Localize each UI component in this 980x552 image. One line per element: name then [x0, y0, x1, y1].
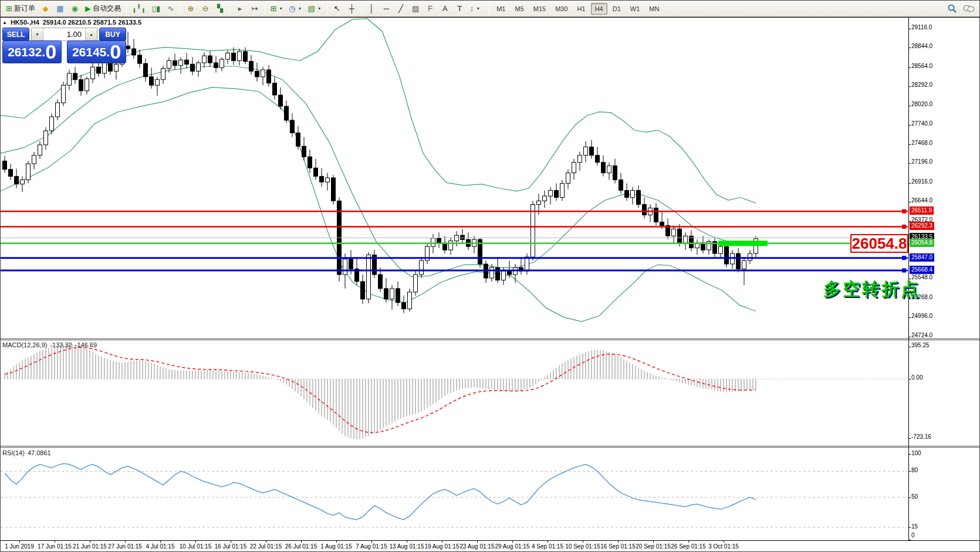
candle-body — [290, 120, 295, 133]
candle-body — [167, 60, 171, 68]
market-watch-icon: ◆ — [42, 5, 48, 12]
arrows-icon[interactable]: ↕▼ — [468, 2, 482, 15]
volume-down-button[interactable]: ▼ — [32, 28, 43, 40]
time-axis-label: 19 Aug 01:15 — [425, 543, 459, 550]
candle-body — [601, 162, 606, 173]
market-watch-icon[interactable]: ◆ — [39, 2, 52, 15]
highlight-bar[interactable] — [718, 241, 768, 246]
candle-body — [607, 166, 611, 173]
timeframe-h4[interactable]: H4 — [591, 3, 607, 15]
candle-body — [261, 70, 265, 77]
tile-windows-icon[interactable]: ▚ — [213, 2, 227, 15]
axis-tick — [908, 438, 911, 439]
candle-body — [590, 147, 594, 155]
candle-body — [220, 59, 224, 67]
timeframe-m1[interactable]: M1 — [492, 3, 509, 15]
buy-price-button[interactable]: 26145.0 — [67, 40, 126, 63]
candle-body — [566, 173, 570, 184]
chart-header: ▲ HK50-,H4 25914.0 26210.5 25871.5 26133… — [2, 19, 141, 26]
chevron-down-icon[interactable]: ▼ — [317, 6, 322, 11]
timeframe-w1[interactable]: W1 — [626, 3, 644, 15]
axis-tick-label: 0.00 — [911, 374, 922, 381]
zoom-in-icon[interactable]: ⊕ — [184, 2, 197, 15]
sell-price-button[interactable]: 26132.0 — [2, 40, 62, 63]
chevron-down-icon[interactable]: ▼ — [279, 6, 283, 11]
horizontal-line-icon[interactable]: ─ — [380, 2, 393, 15]
line-anchor[interactable] — [902, 269, 906, 273]
auto-scroll-icon[interactable]: ▸ — [233, 2, 246, 15]
candle-body — [314, 168, 318, 176]
zoom-out-icon[interactable]: ⊖ — [198, 2, 212, 15]
text-icon[interactable]: A — [438, 2, 452, 15]
time-axis-label: 10 Jul 01:15 — [180, 543, 212, 550]
line-anchor[interactable] — [902, 256, 906, 260]
panel-separator-2[interactable] — [1, 446, 980, 448]
cursor-icon[interactable]: ↖ — [330, 2, 344, 15]
timeframe-d1[interactable]: D1 — [609, 3, 625, 15]
data-window-icon[interactable]: ▦ — [53, 2, 67, 15]
toolbar: ⊞新订单◆▦◉▶自动交易╻╹╻▯▮∿⊕⊖▚▸↦⊞▼◷▼▤▼↖┼│─╱▨FAT↕▼… — [1, 1, 980, 17]
timeframe-m15[interactable]: M15 — [529, 3, 550, 15]
channel-icon[interactable]: ▨ — [409, 2, 423, 15]
one-click-toggle[interactable]: ▲ — [2, 20, 7, 25]
timeframe-mn[interactable]: MN — [645, 3, 663, 15]
fibonacci-icon[interactable]: F — [424, 2, 437, 15]
candle-body — [208, 56, 212, 63]
macd-panel[interactable] — [1, 340, 908, 446]
axis-tick — [908, 183, 911, 184]
time-axis-tick — [336, 540, 337, 543]
crosshair-icon[interactable]: ┼ — [345, 2, 359, 15]
time-axis-tick — [548, 540, 548, 543]
timeframe-m30[interactable]: M30 — [551, 3, 572, 15]
timeframe-h1[interactable]: H1 — [573, 3, 590, 15]
candle-body — [748, 253, 752, 260]
line-anchor[interactable] — [902, 225, 906, 229]
candle-body — [654, 208, 658, 222]
candlestick-chart-icon[interactable]: ▯▮ — [149, 2, 163, 15]
candle-body — [537, 201, 541, 205]
bar-chart-icon[interactable]: ╻╹╻ — [130, 2, 148, 15]
chevron-down-icon[interactable]: ▼ — [298, 6, 302, 11]
chevron-down-icon[interactable]: ▼ — [476, 6, 480, 11]
time-axis-tick — [266, 540, 266, 543]
price-line-label: 26054.8 — [910, 239, 934, 247]
line-chart-icon[interactable]: ∿ — [164, 2, 177, 15]
annotation-note[interactable]: 多空转折点 — [823, 277, 920, 302]
volume-input[interactable]: 1.00 — [43, 28, 85, 40]
time-axis-label: 27 Jun 01:15 — [108, 543, 142, 550]
sell-button[interactable]: SELL — [2, 28, 29, 41]
axis-tick — [908, 125, 911, 126]
candle-body — [678, 229, 682, 243]
new-order-button[interactable]: ⊞新订单 — [4, 2, 38, 15]
candle-body — [91, 67, 95, 79]
auto-scroll-icon: ▸ — [238, 5, 242, 12]
candle-body — [9, 170, 13, 177]
candle-body — [97, 67, 101, 73]
chat-icon[interactable] — [963, 4, 975, 13]
period-icon[interactable]: ◷▼ — [286, 2, 304, 15]
price-callout[interactable]: 26054.8 — [850, 234, 908, 253]
main-chart[interactable] — [1, 18, 908, 338]
label-icon[interactable]: T — [453, 2, 467, 15]
timeframe-m5[interactable]: M5 — [511, 3, 528, 15]
autotrading-button[interactable]: ▶自动交易 — [83, 2, 123, 15]
axis-tick — [908, 67, 911, 68]
chart-shift-icon[interactable]: ↦ — [248, 2, 261, 15]
search-icon[interactable] — [947, 4, 957, 13]
candle-body — [502, 271, 506, 280]
signal-icon[interactable]: ◉ — [68, 2, 82, 15]
new-chart-icon[interactable]: ⊞▼ — [268, 2, 285, 15]
rsi-panel[interactable] — [1, 448, 908, 540]
candle-body — [44, 131, 48, 145]
time-axis-tick — [512, 540, 513, 543]
volume-up-button[interactable]: ▲ — [85, 28, 97, 40]
template-icon[interactable]: ▤▼ — [306, 2, 324, 15]
line-anchor[interactable] — [902, 209, 906, 214]
vertical-line-icon[interactable]: │ — [365, 2, 379, 15]
axis-tick-label: 24996.0 — [911, 313, 932, 319]
axis-tick — [908, 106, 911, 106]
chart-symbol-period: HK50-,H4 — [11, 19, 39, 26]
buy-button[interactable]: BUY — [99, 28, 126, 41]
panel-separator-1[interactable] — [1, 338, 980, 340]
trendline-icon[interactable]: ╱ — [394, 2, 408, 15]
